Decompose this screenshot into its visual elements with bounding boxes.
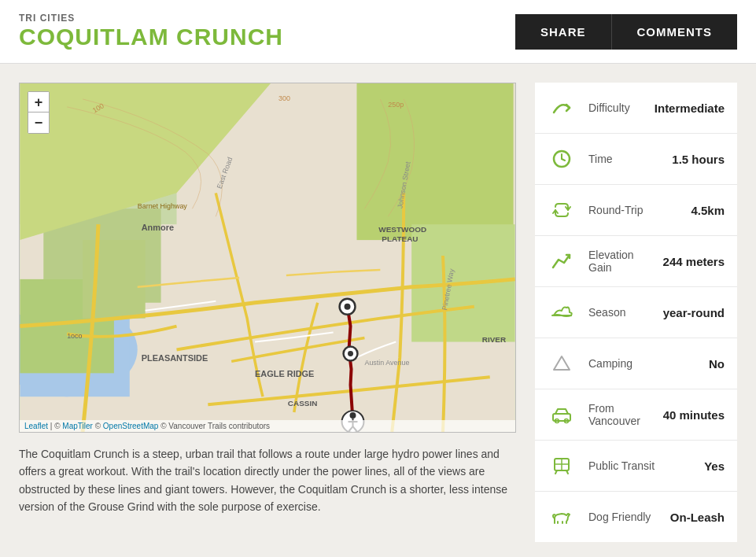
svg-text:CASSIN: CASSIN <box>288 399 318 408</box>
dog-icon <box>548 503 576 531</box>
leaflet-link[interactable]: Leaflet <box>24 422 48 430</box>
map-controls: + − <box>28 91 50 134</box>
zoom-in-button[interactable]: + <box>28 92 49 113</box>
stat-row-season: Season year-round <box>535 287 737 338</box>
camping-label: Camping <box>588 357 696 370</box>
stat-row-transit: Public Transit Yes <box>535 441 737 492</box>
stat-row-roundtrip: Round-Trip 4.5km <box>535 185 737 236</box>
time-label: Time <box>588 153 659 165</box>
svg-text:WESTWOOD: WESTWOOD <box>378 225 426 234</box>
stat-row-from-vancouver: From Vancouver 40 minutes <box>535 389 737 441</box>
openstreetmap-link[interactable]: OpenStreetMap <box>103 422 159 430</box>
header-buttons: SHARE COMMENTS <box>515 14 737 50</box>
svg-text:EAGLE RIDGE: EAGLE RIDGE <box>255 369 314 378</box>
svg-marker-39 <box>554 356 570 370</box>
transit-value: Yes <box>704 459 725 473</box>
stats-table: Difficulty Intermediate Time 1.5 hours <box>535 83 737 542</box>
svg-text:Austin Avenue: Austin Avenue <box>364 359 409 367</box>
difficulty-value: Intermediate <box>655 101 725 115</box>
camping-icon <box>548 349 576 378</box>
difficulty-label: Difficulty <box>588 101 642 114</box>
dog-label: Dog Friendly <box>588 511 658 523</box>
roundtrip-value: 4.5km <box>691 204 725 217</box>
camping-value: No <box>709 357 725 371</box>
dog-value: On-Leash <box>670 511 725 524</box>
stat-row-time: Time 1.5 hours <box>535 134 737 185</box>
stat-row-camping: Camping No <box>535 338 737 389</box>
map-container[interactable]: Anmore PLEASANTSIDE EAGLE RIDGE WESTWOOD… <box>19 83 516 433</box>
season-label: Season <box>588 306 651 319</box>
stat-row-elevation: Elevation Gain 244 meters <box>535 236 737 287</box>
zoom-out-button[interactable]: − <box>28 113 49 133</box>
svg-text:PLEASANTSIDE: PLEASANTSIDE <box>142 353 208 363</box>
svg-text:300: 300 <box>278 94 290 102</box>
transit-label: Public Transit <box>588 459 691 472</box>
difficulty-icon <box>548 94 576 122</box>
season-icon <box>548 298 576 326</box>
region-label: TRI CITIES <box>19 13 283 24</box>
season-value: year-round <box>663 306 725 319</box>
time-icon <box>548 145 576 173</box>
share-button[interactable]: SHARE <box>515 14 612 50</box>
trail-description: The Coquitlam Crunch is a steep, urban t… <box>19 445 516 516</box>
svg-text:Barnet Highway: Barnet Highway <box>138 202 188 210</box>
main-content: Anmore PLEASANTSIDE EAGLE RIDGE WESTWOOD… <box>0 64 756 557</box>
stat-row-difficulty: Difficulty Intermediate <box>535 83 737 134</box>
roundtrip-icon <box>548 196 576 224</box>
map-attribution: Leaflet | © MapTiler © OpenStreetMap © V… <box>20 420 515 432</box>
trail-title: COQUITLAM CRUNCH <box>19 24 283 50</box>
svg-point-13 <box>348 351 353 356</box>
right-column: Difficulty Intermediate Time 1.5 hours <box>535 83 737 542</box>
from-vancouver-label: From Vancouver <box>588 402 651 427</box>
roundtrip-label: Round-Trip <box>588 204 678 216</box>
transit-icon <box>548 452 576 480</box>
comments-button[interactable]: COMMENTS <box>612 14 738 50</box>
elevation-label: Elevation Gain <box>588 249 651 274</box>
elevation-icon <box>548 247 576 275</box>
svg-line-38 <box>562 159 565 160</box>
from-vancouver-value: 40 minutes <box>663 408 725 422</box>
time-value: 1.5 hours <box>672 153 725 166</box>
car-icon <box>548 400 576 429</box>
svg-rect-6 <box>356 83 513 240</box>
svg-text:250p: 250p <box>388 101 404 109</box>
header: TRI CITIES COQUITLAM CRUNCH SHARE COMMEN… <box>0 0 756 64</box>
header-left: TRI CITIES COQUITLAM CRUNCH <box>19 13 283 50</box>
left-column: Anmore PLEASANTSIDE EAGLE RIDGE WESTWOOD… <box>19 83 516 542</box>
svg-point-15 <box>350 412 356 419</box>
svg-text:Anmore: Anmore <box>142 223 174 232</box>
maptiler-link[interactable]: MapTiler <box>62 422 93 430</box>
svg-text:RIVER: RIVER <box>482 335 506 344</box>
svg-text:PLATEAU: PLATEAU <box>382 234 418 243</box>
stat-row-dog: Dog Friendly On-Leash <box>535 492 737 542</box>
svg-text:1oco: 1oco <box>67 332 82 340</box>
svg-point-11 <box>345 304 351 310</box>
elevation-value: 244 meters <box>663 255 725 268</box>
